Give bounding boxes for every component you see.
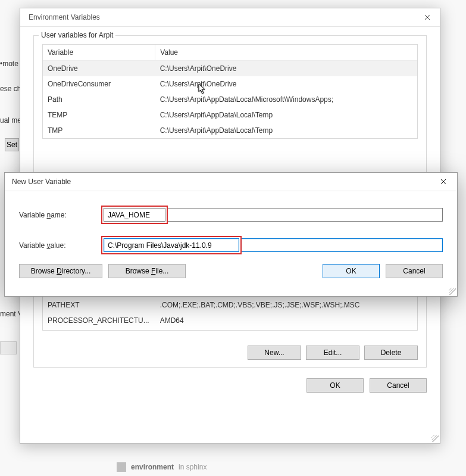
cell-value: C:\Users\Arpit\OneDrive xyxy=(155,61,417,76)
footer-in-label: in sphinx xyxy=(179,463,207,471)
table-row[interactable]: TMP C:\Users\Arpit\AppData\Local\Temp xyxy=(43,123,417,138)
variable-name-input-ext[interactable] xyxy=(168,208,443,222)
cell-variable: Path xyxy=(43,92,155,107)
table-row[interactable]: TEMP C:\Users\Arpit\AppData\Local\Temp xyxy=(43,107,417,123)
bg-frag-remote: •mote xyxy=(0,60,18,68)
cell-variable: PROCESSOR_ARCHITECTU... xyxy=(43,313,155,328)
sys-edit-button[interactable]: Edit... xyxy=(306,346,359,360)
cell-variable: OneDrive xyxy=(43,61,155,76)
table-row[interactable]: PATHEXT .COM;.EXE;.BAT;.CMD;.VBS;.VBE;.J… xyxy=(43,297,417,313)
env-cancel-button[interactable]: Cancel xyxy=(370,378,427,393)
env-dlg-titlebar[interactable]: Environment Variables xyxy=(20,8,440,27)
browse-file-button[interactable]: Browse File... xyxy=(108,264,186,278)
table-row[interactable]: OneDriveConsumer C:\Users\Arpit\OneDrive xyxy=(43,76,417,92)
user-variables-table-wrap: Variable Value OneDrive C:\Users\Arpit\O… xyxy=(42,44,418,139)
env-dlg-footer: OK Cancel xyxy=(20,375,440,401)
footer-env-label: environment xyxy=(131,463,174,471)
nuv-ok-button[interactable]: OK xyxy=(323,264,380,278)
table-row[interactable]: PROCESSOR_ARCHITECTU... AMD64 xyxy=(43,313,417,328)
footer-search-result[interactable]: environment in sphinx xyxy=(117,462,207,472)
cell-value: C:\Users\Arpit\AppData\Local\Microsoft\W… xyxy=(155,92,417,107)
cell-variable: OneDriveConsumer xyxy=(43,76,155,92)
cell-variable: TMP xyxy=(43,123,155,138)
cell-value: .COM;.EXE;.BAT;.CMD;.VBS;.VBE;.JS;.JSE;.… xyxy=(155,297,417,313)
variable-name-input[interactable] xyxy=(104,208,165,222)
nuv-cancel-button[interactable]: Cancel xyxy=(386,264,443,278)
env-ok-button[interactable]: OK xyxy=(307,378,364,393)
nuv-close-button[interactable] xyxy=(430,173,457,191)
close-icon xyxy=(440,178,446,186)
bg-frag-ese-ch: ese ch xyxy=(0,85,21,93)
col-header-variable[interactable]: Variable xyxy=(43,45,155,61)
variable-value-input[interactable] xyxy=(104,238,239,252)
cell-variable: TEMP xyxy=(43,107,155,123)
sys-new-button[interactable]: New... xyxy=(248,346,301,360)
variable-value-input-ext[interactable] xyxy=(242,238,443,252)
nuv-title: New User Variable xyxy=(5,178,71,186)
user-variables-group-title: User variables for Arpit xyxy=(39,31,115,39)
env-dlg-close-button[interactable] xyxy=(415,8,440,27)
cell-variable: PATHEXT xyxy=(43,297,155,313)
bg-settings-button[interactable]: Set xyxy=(5,138,19,151)
variable-value-label: Variable value: xyxy=(19,241,102,250)
cell-value: AMD64 xyxy=(155,313,417,328)
env-dlg-title: Environment Variables xyxy=(20,13,100,21)
cell-value: C:\Users\Arpit\AppData\Local\Temp xyxy=(155,107,417,123)
new-user-variable-dialog: New User Variable Variable name: Variabl… xyxy=(4,172,458,297)
col-header-value[interactable]: Value xyxy=(155,45,417,61)
nuv-titlebar[interactable]: New User Variable xyxy=(5,173,457,191)
user-variables-header: Variable Value xyxy=(43,45,417,61)
cell-value: C:\Users\Arpit\AppData\Local\Temp xyxy=(155,123,417,138)
bg-hidden-button xyxy=(0,341,17,354)
chevron-right-icon xyxy=(117,462,126,472)
resize-grip-icon[interactable] xyxy=(449,288,456,295)
user-variables-table-body[interactable]: OneDrive C:\Users\Arpit\OneDrive OneDriv… xyxy=(43,61,417,138)
cell-value: C:\Users\Arpit\OneDrive xyxy=(155,76,417,92)
variable-name-label: Variable name: xyxy=(19,211,102,219)
browse-directory-button[interactable]: Browse Directory... xyxy=(19,264,102,278)
bg-settings-label: Set xyxy=(7,141,17,149)
sys-vars-button-row: New... Edit... Delete xyxy=(248,346,418,360)
table-row[interactable]: OneDrive C:\Users\Arpit\OneDrive xyxy=(43,61,417,76)
close-icon xyxy=(424,14,430,22)
bg-frag-ual-me: ual me xyxy=(0,116,21,125)
resize-grip-icon[interactable] xyxy=(431,435,439,442)
table-row[interactable]: Path C:\Users\Arpit\AppData\Local\Micros… xyxy=(43,92,417,107)
sys-delete-button[interactable]: Delete xyxy=(364,346,418,360)
